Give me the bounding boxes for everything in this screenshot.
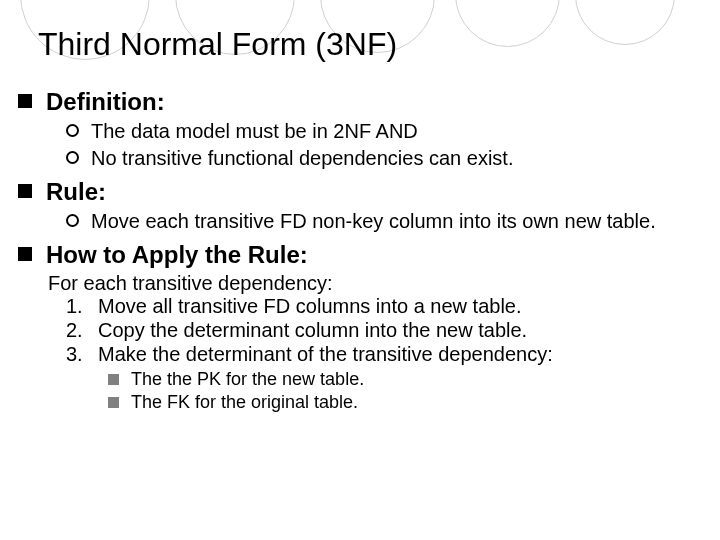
item-text: Make the determinant of the transitive d… xyxy=(98,343,553,366)
square-bullet-icon xyxy=(108,397,119,408)
item-text: Move all transitive FD columns into a ne… xyxy=(98,295,522,318)
sub-square-list: The the PK for the new table. The FK for… xyxy=(18,368,690,415)
square-bullet-icon xyxy=(18,247,32,261)
numbered-item-3: 3. Make the determinant of the transitiv… xyxy=(66,343,690,366)
item-text: No transitive functional dependencies ca… xyxy=(91,146,513,171)
circle-bullet-icon xyxy=(66,214,79,227)
numbered-item-2: 2. Copy the determinant column into the … xyxy=(66,319,690,342)
definition-item-2: No transitive functional dependencies ca… xyxy=(66,146,690,171)
numbered-item-1: 1. Move all transitive FD columns into a… xyxy=(66,295,690,318)
square-bullet-icon xyxy=(108,374,119,385)
heading-text: Rule: xyxy=(46,177,106,207)
section-heading-apply: How to Apply the Rule: xyxy=(18,240,690,270)
heading-text: How to Apply the Rule: xyxy=(46,240,308,270)
heading-text: Definition: xyxy=(46,87,165,117)
apply-intro: For each transitive dependency: xyxy=(18,272,690,295)
square-bullet-icon xyxy=(18,94,32,108)
circle-bullet-icon xyxy=(66,124,79,137)
slide-title: Third Normal Form (3NF) xyxy=(0,0,720,63)
sub-square-item-2: The FK for the original table. xyxy=(108,391,690,414)
slide-content: Definition: The data model must be in 2N… xyxy=(0,63,720,415)
sub-square-item-1: The the PK for the new table. xyxy=(108,368,690,391)
item-text: The FK for the original table. xyxy=(131,391,358,414)
numbered-list: 1. Move all transitive FD columns into a… xyxy=(18,295,690,366)
definition-item-1: The data model must be in 2NF AND xyxy=(66,119,690,144)
section-heading-rule: Rule: xyxy=(18,177,690,207)
item-text: Move each transitive FD non-key column i… xyxy=(91,209,656,234)
item-text: The the PK for the new table. xyxy=(131,368,364,391)
square-bullet-icon xyxy=(18,184,32,198)
section-heading-definition: Definition: xyxy=(18,87,690,117)
circle-bullet-icon xyxy=(66,151,79,164)
rule-item-1: Move each transitive FD non-key column i… xyxy=(66,209,690,234)
item-text: The data model must be in 2NF AND xyxy=(91,119,418,144)
item-text: Copy the determinant column into the new… xyxy=(98,319,527,342)
